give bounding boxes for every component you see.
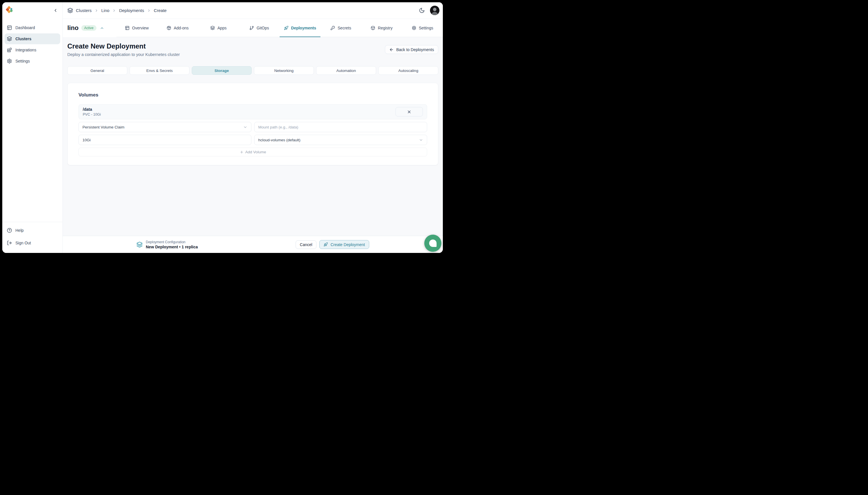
- chat-bubble-icon: [429, 239, 437, 247]
- section-tab-networking[interactable]: Networking: [254, 66, 314, 75]
- footer-actions: Cancel Create Deployment: [296, 240, 369, 249]
- tab-registry[interactable]: Registry: [361, 19, 402, 37]
- section-tab-storage[interactable]: Storage: [192, 66, 252, 75]
- breadcrumb-lino[interactable]: Lino: [101, 8, 109, 13]
- volume-size-input[interactable]: [78, 135, 251, 145]
- sidebar-item-settings[interactable]: Settings: [4, 56, 60, 67]
- storage-class-value: hcloud-volumes (default): [258, 138, 300, 142]
- tab-secrets[interactable]: Secrets: [320, 19, 361, 37]
- main-area: Clusters Lino Deployments Create: [63, 2, 443, 253]
- config-text: Deployment Configuration New Deployment …: [146, 240, 198, 249]
- sidebar-item-label: Settings: [15, 59, 30, 63]
- breadcrumb: Clusters Lino Deployments Create: [67, 8, 167, 13]
- tab-add-ons[interactable]: Add-ons: [157, 19, 198, 37]
- sidebar-item-help[interactable]: Help: [4, 225, 60, 236]
- tab-label: Settings: [419, 26, 433, 30]
- tab-label: Apps: [217, 26, 227, 30]
- page-title-block: Create New Deployment Deploy a container…: [67, 42, 180, 57]
- topbar: Clusters Lino Deployments Create: [63, 2, 443, 19]
- sidebar-item-label: Integrations: [15, 48, 36, 52]
- sidebar-item-clusters[interactable]: Clusters: [4, 33, 60, 44]
- volume-type-select[interactable]: Persistent Volume Claim: [78, 122, 251, 132]
- volume-mount-path: /data: [83, 107, 101, 112]
- layers-icon: [136, 241, 143, 248]
- blocks-icon: [7, 47, 12, 53]
- app-logo: [6, 6, 15, 15]
- sidebar-item-dashboard[interactable]: Dashboard: [4, 22, 60, 33]
- footer-bar: Deployment Configuration New Deployment …: [63, 236, 443, 253]
- breadcrumb-deployments[interactable]: Deployments: [119, 8, 144, 13]
- section-tab-envs-secrets[interactable]: Envs & Secrets: [129, 66, 190, 75]
- sidebar-item-label: Help: [15, 228, 24, 233]
- sidebar-collapse-button[interactable]: [52, 7, 59, 14]
- layers-icon: [7, 36, 12, 41]
- close-icon: [407, 109, 411, 114]
- sidebar: Dashboard Clusters Integrations Settings…: [2, 2, 63, 253]
- avatar-portrait: [430, 6, 439, 15]
- layers-icon: [67, 8, 73, 13]
- box-icon: [371, 26, 375, 30]
- chevron-right-icon: [147, 8, 151, 13]
- section-tab-autoscaling[interactable]: Autoscaling: [378, 66, 438, 75]
- chevron-right-icon: [112, 8, 116, 13]
- tab-deployments[interactable]: Deployments: [280, 19, 320, 37]
- mount-path-input[interactable]: [254, 122, 427, 132]
- topbar-right: [419, 6, 439, 15]
- rocket-icon: [323, 242, 328, 246]
- tab-gitops[interactable]: GitOps: [239, 19, 280, 37]
- volumes-heading: Volumes: [78, 92, 427, 98]
- tab-settings[interactable]: Settings: [402, 19, 443, 37]
- tab-label: Overview: [132, 26, 149, 30]
- remove-volume-button[interactable]: [395, 107, 423, 117]
- tab-label: GitOps: [256, 26, 269, 30]
- chat-widget-button[interactable]: [424, 235, 441, 252]
- create-deployment-button[interactable]: Create Deployment: [319, 240, 369, 249]
- section-tab-general[interactable]: General: [67, 66, 127, 75]
- app-window: Dashboard Clusters Integrations Settings…: [2, 2, 443, 253]
- help-circle-icon: [7, 228, 12, 233]
- create-button-label: Create Deployment: [331, 242, 365, 247]
- volume-fields: Persistent Volume Claim hcloud-volumes (…: [78, 122, 427, 145]
- cluster-switcher-button[interactable]: [99, 25, 105, 31]
- gear-icon: [7, 58, 12, 64]
- arrow-left-icon: [389, 47, 394, 52]
- section-tabs: General Envs & Secrets Storage Networkin…: [67, 66, 438, 75]
- sidebar-item-integrations[interactable]: Integrations: [4, 45, 60, 55]
- sidebar-item-sign-out[interactable]: Sign Out: [4, 238, 60, 249]
- section-tab-automation[interactable]: Automation: [316, 66, 376, 75]
- cluster-name: lino: [67, 24, 78, 32]
- cluster-identity: lino Active: [67, 19, 117, 37]
- add-volume-button[interactable]: Add Volume: [78, 148, 427, 156]
- breadcrumb-clusters[interactable]: Clusters: [76, 8, 92, 13]
- volume-type-value: Persistent Volume Claim: [83, 125, 124, 129]
- page-subtitle: Deploy a containerized application to yo…: [67, 52, 180, 57]
- dark-mode-toggle[interactable]: [419, 7, 425, 13]
- config-label: Deployment Configuration: [146, 240, 198, 244]
- layers-icon: [210, 26, 215, 30]
- avatar[interactable]: [430, 6, 439, 15]
- sidebar-item-label: Sign Out: [15, 241, 31, 245]
- page-title: Create New Deployment: [67, 42, 180, 50]
- tab-label: Registry: [378, 26, 392, 30]
- chevron-down-icon: [243, 125, 247, 129]
- rocket-icon: [284, 26, 288, 30]
- back-button-label: Back to Deployments: [396, 47, 434, 52]
- chevron-right-icon: [94, 8, 99, 13]
- dashboard-icon: [7, 25, 12, 30]
- breadcrumb-create[interactable]: Create: [154, 8, 167, 13]
- tab-apps[interactable]: Apps: [198, 19, 239, 37]
- sidebar-nav: Dashboard Clusters Integrations Settings: [2, 18, 63, 70]
- chevron-left-icon: [53, 8, 58, 13]
- chevron-down-icon: [419, 138, 423, 142]
- sidebar-header: [2, 2, 63, 18]
- storage-class-select[interactable]: hcloud-volumes (default): [254, 135, 427, 145]
- package-icon: [167, 26, 171, 30]
- sidebar-item-label: Clusters: [15, 36, 31, 41]
- back-to-deployments-button[interactable]: Back to Deployments: [385, 45, 438, 54]
- cancel-button[interactable]: Cancel: [296, 240, 317, 249]
- add-volume-label: Add Volume: [245, 150, 266, 154]
- volume-list-item: /data PVC - 10Gi: [78, 104, 427, 119]
- plus-icon: [240, 150, 244, 154]
- chevron-up-icon: [100, 26, 104, 30]
- tab-overview[interactable]: Overview: [117, 19, 157, 37]
